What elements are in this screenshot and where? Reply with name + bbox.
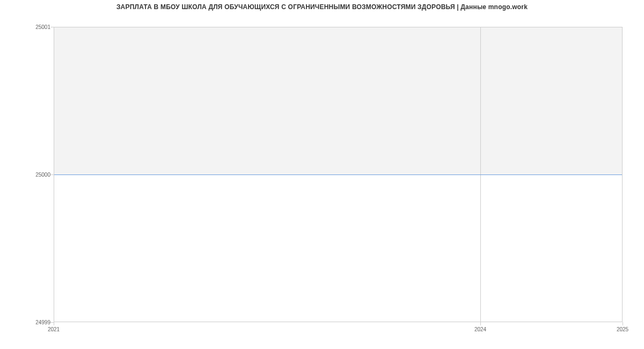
x-tick-label: 2024 — [474, 326, 486, 332]
x-tick-label: 2021 — [48, 326, 60, 332]
x-tick — [54, 322, 54, 325]
x-tick — [480, 322, 481, 325]
x-tick — [623, 322, 623, 325]
chart-title: ЗАРПЛАТА В МБОУ ШКОЛА ДЛЯ ОБУЧАЮЩИХСЯ С … — [0, 3, 644, 11]
y-tick-label: 25001 — [35, 24, 50, 30]
data-line — [54, 174, 622, 175]
x-tick-label: 2025 — [617, 326, 628, 332]
y-tick-label: 25000 — [35, 172, 50, 178]
chart-container: ЗАРПЛАТА В МБОУ ШКОЛА ДЛЯ ОБУЧАЮЩИХСЯ С … — [0, 0, 644, 349]
area-fill — [54, 27, 622, 174]
plot-area — [54, 27, 623, 322]
y-tick-label: 24999 — [35, 319, 50, 325]
